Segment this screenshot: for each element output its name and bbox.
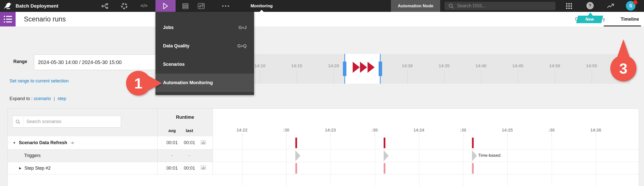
band-tick-label: 14:30 (402, 64, 413, 69)
runtime-last-value: 00:01 (181, 140, 198, 145)
band-tick-line (518, 70, 518, 84)
scenario-runs-table: Search scenarios Runtime avg last 14:22:… (8, 108, 639, 186)
runtime-header: Runtime (157, 115, 213, 120)
table-row-step[interactable]: ▶ Step Step #2 00:01 00:01 (8, 162, 639, 174)
automation-dropdown-menu: Jobs G+J Data Quality G+Q Scenarios Auto… (155, 12, 254, 95)
band-tick-label: 14:40 (475, 64, 486, 69)
ruler-tick-label: 14:26 (590, 128, 601, 133)
code-icon[interactable]: </> (139, 0, 150, 12)
deployment-title: Batch Deployment (16, 0, 58, 12)
overview-timeline[interactable]: 14:1014:1514:2014:2514:3014:3514:4014:45… (213, 54, 630, 84)
band-tick-label: 14:35 (439, 64, 450, 69)
dashboard-card-icon[interactable] (196, 0, 207, 12)
table-row-triggers[interactable]: Triggers - - (8, 149, 639, 162)
range-label: Range (13, 59, 27, 64)
runtime-avg-value: - (163, 153, 181, 158)
ruler-tick-label: 14:23 (325, 128, 336, 133)
expand-caret-icon[interactable]: ▶ (19, 166, 21, 170)
selection-handle-left[interactable] (343, 61, 346, 76)
band-tick-label: 14:55 (586, 64, 597, 69)
selection-handle-right[interactable] (379, 61, 382, 76)
wheel-icon[interactable] (119, 0, 130, 12)
svg-text:3: 3 (619, 60, 627, 77)
ruler-tick-label: 14:25 (502, 128, 513, 133)
menu-item-scenarios[interactable]: Scenarios (155, 55, 254, 74)
apps-grid-icon[interactable] (564, 0, 575, 12)
ruler-tick-label: :30 (460, 128, 466, 133)
automation-menu-button[interactable] (155, 0, 176, 12)
active-tab-underline (604, 25, 641, 26)
help-icon[interactable]: ? (586, 2, 594, 9)
band-tick-line (481, 70, 481, 84)
section-pointer (260, 10, 264, 12)
band-tick-line (444, 70, 445, 84)
top-nav: Batch Deployment </> (0, 0, 644, 12)
dss-search-placeholder: Search DSS... (457, 3, 486, 9)
page-title: Scenario runs (24, 12, 66, 26)
new-badge: New (576, 16, 603, 23)
band-tick-line (260, 70, 260, 84)
band-tick-label: 14:20 (328, 64, 339, 69)
list-icon (4, 15, 12, 23)
menu-item-data-quality[interactable]: Data Quality G+Q (155, 37, 254, 55)
scenario-search-placeholder: Search scenarios (23, 119, 61, 124)
runtime-chart-icon[interactable] (201, 166, 206, 171)
ellipsis-icon[interactable] (220, 0, 231, 12)
annotation-balloon-1: 1 (125, 70, 163, 96)
detail-ruler: 14:22:3014:23:3014:24:3014:25:3014:26 (213, 109, 639, 136)
runtime-last-value: 00:01 (181, 166, 198, 171)
expand-step-link[interactable]: step (58, 96, 66, 101)
band-tick-line (334, 70, 334, 84)
dataiku-bird-logo[interactable] (3, 2, 12, 10)
annotation-balloon-3: 3 (609, 38, 637, 83)
runtime-avg-header: avg (163, 128, 181, 133)
band-tick-label: 14:10 (254, 64, 265, 69)
ruler-tick-line (419, 133, 419, 136)
expand-to-row: Expand to : scenario | step (10, 96, 66, 101)
search-icon (13, 116, 23, 127)
collapse-caret-icon[interactable]: ▼ (13, 141, 16, 145)
tab-timeline[interactable]: Timeline (621, 17, 639, 22)
band-tick-line (297, 70, 297, 84)
ruler-tick-line (463, 133, 463, 136)
play-icon (163, 3, 168, 9)
node-type-badge: Automation Node (391, 0, 440, 12)
runtime-last-value: - (181, 153, 198, 158)
overview-run-marker (353, 62, 360, 73)
page-header: Scenario runs Daily summary Timeline (0, 12, 644, 26)
goto-scenario-icon[interactable]: ➜ (70, 140, 74, 146)
ruler-tick-line (375, 133, 375, 136)
band-tick-line (407, 70, 408, 84)
menu-item-automation-monitoring[interactable]: Automation Monitoring (155, 74, 254, 92)
menu-item-jobs[interactable]: Jobs G+J (155, 18, 254, 37)
new-badge-pointer (588, 12, 593, 16)
overview-run-marker (360, 62, 367, 73)
ruler-tick-label: :30 (548, 128, 555, 133)
runtime-last-header: last (181, 128, 198, 133)
overview-run-marker (368, 62, 375, 73)
expand-separator: | (52, 96, 56, 101)
runtime-chart-icon[interactable] (201, 140, 206, 145)
expand-prefix: Expand to : (10, 96, 32, 101)
search-icon (449, 4, 454, 9)
stack-icon[interactable] (180, 0, 191, 12)
band-tick-label: 14:15 (291, 64, 302, 69)
table-row-scenario[interactable]: ▼ Scenario Data Refresh ➜ 00:01 00:01 (8, 136, 639, 149)
band-tick-line (555, 70, 555, 84)
screen: Batch Deployment </> (0, 0, 644, 186)
ruler-tick-line (551, 133, 552, 136)
expand-scenario-link[interactable]: scenario (34, 96, 51, 101)
scenario-list-tile[interactable] (0, 12, 16, 26)
scenario-search-input[interactable]: Search scenarios (12, 116, 121, 128)
triggers-row-name: Triggers (24, 153, 41, 158)
notification-dot (633, 0, 637, 5)
set-range-link[interactable]: Set range to current selection (10, 78, 69, 84)
ruler-tick-label: 14:22 (236, 128, 247, 133)
ruler-tick-line (242, 133, 242, 136)
flow-icon[interactable] (99, 0, 110, 12)
dss-search-input[interactable]: Search DSS... (445, 2, 555, 10)
ruler-tick-label: :30 (372, 128, 378, 133)
trending-icon[interactable] (605, 0, 616, 12)
step-name: Step Step #2 (24, 166, 51, 171)
ruler-tick-label: 14:24 (413, 128, 424, 133)
